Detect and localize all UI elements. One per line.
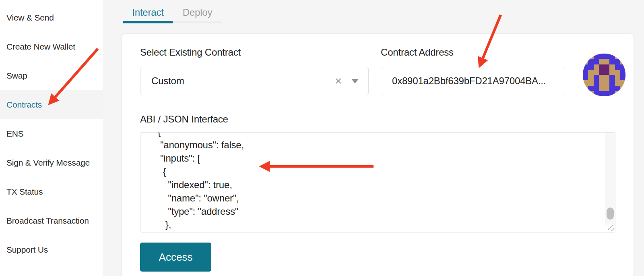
access-button[interactable]: Access <box>140 243 211 272</box>
contract-tabs: Interact Deploy <box>123 4 222 23</box>
tab-deploy[interactable]: Deploy <box>173 4 222 23</box>
sidebar-item-ens[interactable]: ENS <box>0 119 103 148</box>
tab-interact[interactable]: Interact <box>123 4 173 23</box>
sidebar: View & Send Create New Wallet Swap Contr… <box>0 0 103 276</box>
contracts-page: { "sidebar": { "items": [ { "label": "Vi… <box>0 0 644 276</box>
clear-selection-icon[interactable]: × <box>335 75 342 87</box>
abi-content: { "anonymous": false, "inputs": [ { "ind… <box>140 132 615 231</box>
select-controls: × <box>335 75 359 87</box>
sidebar-item-tx-status[interactable]: TX Status <box>0 177 103 206</box>
sidebar-menu: View & Send Create New Wallet Swap Contr… <box>0 3 103 264</box>
interact-contract-card: Select Existing Contract Custom × Contra… <box>122 33 634 276</box>
abi-textarea[interactable]: { "anonymous": false, "inputs": [ { "ind… <box>140 132 615 232</box>
sidebar-item-broadcast-transaction[interactable]: Broadcast Transaction <box>0 206 103 235</box>
abi-json-interface-label: ABI / JSON Interface <box>140 114 228 125</box>
sidebar-item-swap[interactable]: Swap <box>0 61 103 90</box>
sidebar-item-contracts[interactable]: Contracts <box>0 90 103 119</box>
selected-contract-value: Custom <box>151 75 184 87</box>
resize-handle-icon[interactable] <box>608 225 614 231</box>
sidebar-item-support-us[interactable]: Support Us <box>0 235 103 264</box>
contract-address-label: Contract Address <box>381 47 454 58</box>
contract-identicon <box>583 54 625 96</box>
contract-address-input[interactable] <box>381 67 564 95</box>
sidebar-item-view-send[interactable]: View & Send <box>0 3 103 32</box>
sidebar-item-create-new-wallet[interactable]: Create New Wallet <box>0 32 103 61</box>
abi-scrollbar-thumb[interactable] <box>607 208 614 220</box>
existing-contract-select[interactable]: Custom × <box>140 67 369 95</box>
select-existing-contract-label: Select Existing Contract <box>140 47 241 58</box>
sidebar-item-sign-verify-message[interactable]: Sign & Verify Message <box>0 148 103 177</box>
chevron-down-icon <box>351 79 359 83</box>
